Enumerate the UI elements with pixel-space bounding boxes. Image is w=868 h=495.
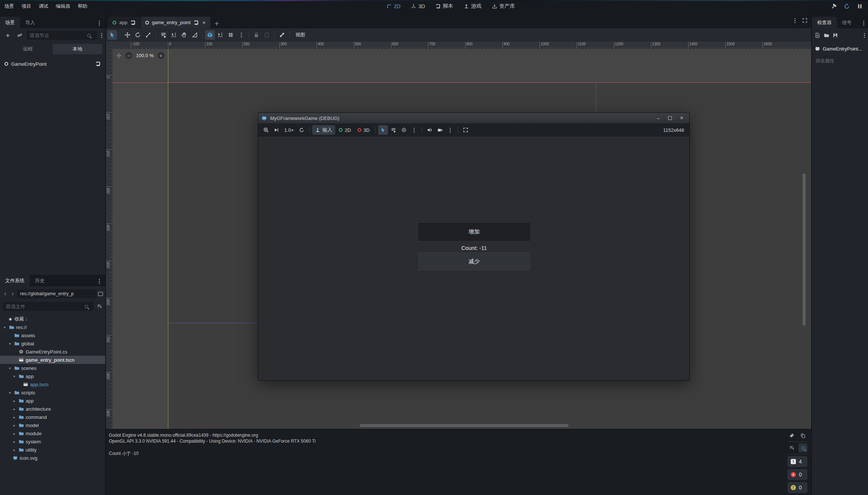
skeleton-options-button[interactable] — [277, 30, 287, 40]
inspected-node-row[interactable]: GameEntryPoint... — [812, 44, 868, 53]
view-menu-button[interactable]: 视图 — [292, 32, 308, 38]
menu-debug[interactable]: 调试 — [35, 1, 52, 11]
rotate-tool-button[interactable] — [133, 30, 143, 40]
filter-properties-field[interactable]: 筛选属性 — [812, 56, 868, 65]
minimize-icon[interactable]: – — [657, 115, 660, 121]
input-toggle-button[interactable]: 输入 — [312, 125, 335, 135]
debug-3d-button[interactable]: 3D — [354, 125, 373, 135]
lock-node-button[interactable] — [252, 30, 261, 40]
nav-back-icon[interactable]: ‹ — [2, 290, 8, 297]
chevron-right-icon[interactable]: ▸ — [12, 407, 17, 411]
tree-item-architecture[interactable]: ▸architecture — [0, 405, 105, 413]
tree-item-module[interactable]: ▸module — [0, 429, 105, 437]
split-view-icon[interactable] — [98, 292, 103, 296]
snap-menu-button[interactable] — [236, 30, 246, 40]
zoom-in-button[interactable]: + — [158, 52, 165, 59]
tree-item-assets[interactable]: assets — [0, 331, 105, 339]
zoom-level[interactable]: 100.0 % — [136, 53, 154, 58]
local-button[interactable]: 本地 — [53, 44, 103, 54]
debug-break-button[interactable] — [261, 125, 271, 135]
tab-app-scene[interactable]: app — [108, 17, 140, 28]
tree-item-icon-svg[interactable]: icon.svg — [0, 454, 105, 462]
selection-menu-button[interactable] — [409, 125, 419, 135]
chevron-right-icon[interactable]: ▸ — [12, 448, 17, 452]
selection-visibility-button[interactable] — [399, 125, 409, 135]
tree-item-gameentrypoint-cs[interactable]: GameEntryPoint.cs — [0, 348, 105, 356]
tab-signals[interactable]: 信号 — [837, 17, 857, 28]
tab-history[interactable]: 历史 — [30, 275, 50, 286]
tree-item-command[interactable]: ▸command — [0, 413, 105, 421]
snap-select-button[interactable] — [169, 30, 179, 40]
save-resource-icon[interactable] — [833, 33, 838, 38]
tree-item-app-tscn[interactable]: app.tscn — [0, 380, 105, 388]
scale-tool-button[interactable] — [143, 30, 153, 40]
vertical-scrollbar[interactable] — [803, 173, 806, 326]
filesystem-menu-icon[interactable] — [99, 281, 100, 282]
message-count-badge[interactable]: ! 4 — [787, 456, 807, 467]
resource-menu-icon[interactable] — [864, 35, 865, 36]
clear-output-button[interactable] — [787, 431, 796, 440]
tree-item-scenes[interactable]: ▾scenes — [0, 364, 105, 372]
tree-item-scenes-app[interactable]: ▾app — [0, 372, 105, 380]
pause-icon[interactable] — [857, 3, 863, 9]
game-window-titlebar[interactable]: MyGFrameworkGame (DEBUG) – × — [258, 113, 689, 123]
scene-tree-root-node[interactable]: GameEntryPoint — [1, 59, 104, 68]
snap-options-button[interactable] — [216, 30, 225, 40]
select-tool-button[interactable] — [107, 30, 117, 40]
menu-scene[interactable]: 场景 — [1, 1, 18, 11]
speed-label[interactable]: 1.0× — [282, 127, 296, 133]
copy-output-button[interactable] — [799, 431, 807, 440]
maximize-icon[interactable] — [668, 116, 672, 120]
tab-filesystem[interactable]: 文件系统 — [0, 275, 30, 286]
tree-item-scripts[interactable]: ▾scripts — [0, 388, 105, 397]
chevron-down-icon[interactable]: ▾ — [7, 342, 12, 346]
grid-snap-button[interactable] — [226, 30, 236, 40]
menu-help[interactable]: 帮助 — [74, 1, 91, 11]
load-resource-icon[interactable] — [824, 33, 829, 38]
sort-files-icon[interactable] — [97, 304, 102, 309]
reset-speed-button[interactable] — [297, 125, 307, 135]
chevron-right-icon[interactable]: ▸ — [12, 415, 17, 419]
ruler-tool-button[interactable] — [190, 30, 200, 40]
zoom-out-button[interactable]: − — [125, 52, 132, 59]
instance-scene-button[interactable] — [15, 30, 25, 40]
inspector-menu-icon[interactable] — [863, 23, 864, 24]
decrease-button[interactable]: 减少 — [418, 253, 530, 270]
horizontal-scrollbar[interactable] — [360, 424, 569, 427]
scene-tree-menu-icon[interactable] — [101, 35, 102, 36]
tab-import[interactable]: 导入 — [20, 17, 40, 28]
workspace-2d[interactable]: 2D — [386, 3, 401, 9]
increase-button[interactable]: 增加 — [418, 223, 530, 241]
tab-list-menu-icon[interactable] — [794, 20, 796, 21]
tree-item-utility[interactable]: ▸utility — [0, 446, 105, 454]
filter-nodes-input[interactable] — [27, 31, 97, 40]
chevron-right-icon[interactable]: ▸ — [12, 399, 17, 403]
warning-count-badge[interactable]: ! 0 — [787, 482, 807, 493]
move-tool-button[interactable] — [123, 30, 132, 40]
new-resource-icon[interactable] — [815, 33, 820, 38]
pan-tool-button[interactable] — [179, 30, 189, 40]
left-splitter[interactable] — [105, 11, 106, 495]
embed-fullscreen-button[interactable] — [461, 125, 470, 135]
add-node-button[interactable]: + — [3, 30, 13, 40]
search-output-button[interactable] — [799, 443, 807, 452]
center-view-icon[interactable] — [116, 53, 122, 58]
chevron-right-icon[interactable]: ▸ — [12, 440, 17, 444]
menu-project[interactable]: 项目 — [18, 1, 35, 11]
scene-dock-menu-icon[interactable] — [99, 23, 100, 24]
tree-item-scripts-app[interactable]: ▸app — [0, 397, 105, 405]
group-node-button[interactable] — [262, 30, 272, 40]
workspace-assetlib[interactable]: 资产库 — [492, 3, 515, 10]
collapse-duplicates-button[interactable] — [787, 443, 796, 452]
chevron-right-icon[interactable]: ▸ — [12, 432, 17, 436]
tree-item-game-entry-point-tscn[interactable]: game_entry_point.tscn — [0, 356, 105, 364]
error-count-badge[interactable]: × 0 — [787, 469, 807, 480]
tree-item-global[interactable]: ▾global — [0, 339, 105, 348]
chevron-down-icon[interactable]: ▾ — [2, 325, 7, 329]
smart-snap-button[interactable] — [205, 30, 215, 40]
tree-item-favorites[interactable]: ★收藏： — [0, 315, 105, 323]
tab-scene[interactable]: 场景 — [0, 17, 20, 28]
tab-inspector[interactable]: 检查器 — [812, 17, 837, 28]
workspace-game[interactable]: 游戏 — [464, 3, 482, 10]
nav-forward-icon[interactable]: › — [10, 290, 16, 297]
